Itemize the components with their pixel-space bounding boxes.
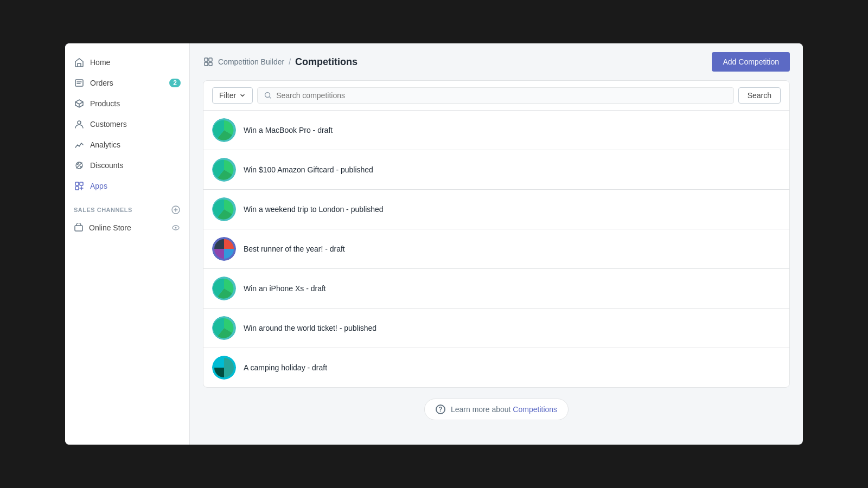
sidebar-item-products[interactable]: Products (65, 93, 189, 114)
competition-avatar (212, 316, 236, 340)
competitions-list: Win a MacBook Pro - draft Win $100 Amazo… (203, 111, 789, 387)
sales-channels-header: SALES CHANNELS (65, 196, 189, 218)
sidebar-customers-label: Customers (90, 120, 127, 129)
filter-label: Filter (219, 91, 236, 100)
sidebar: Home Orders 2 (65, 43, 190, 445)
main-content: Competition Builder / Competitions Add C… (190, 43, 803, 445)
competition-title: Win an iPhone Xs - draft (244, 284, 326, 293)
competition-builder-icon (203, 56, 214, 67)
sidebar-orders-label: Orders (90, 79, 113, 87)
footer-pill: ? Learn more about Competitions (424, 399, 569, 420)
svg-point-10 (175, 227, 177, 229)
apps-icon (74, 181, 85, 191)
competition-title: Best runner of the year! - draft (244, 245, 345, 253)
sidebar-item-customers[interactable]: Customers (65, 114, 189, 134)
breadcrumb-separator: / (289, 57, 291, 66)
footer-info: ? Learn more about Competitions (203, 388, 790, 431)
competition-item[interactable]: Win around the world ticket! - published (203, 309, 789, 348)
add-competition-button[interactable]: Add Competition (712, 52, 790, 72)
svg-rect-13 (205, 62, 208, 66)
online-store-label: Online Store (89, 223, 131, 232)
competition-item[interactable]: Win $100 Amazon Giftcard - published (203, 150, 789, 190)
competition-avatar (212, 118, 236, 142)
sales-channels-label: SALES CHANNELS (74, 207, 132, 213)
competition-avatar (212, 356, 236, 380)
content-area: Filter (190, 80, 803, 445)
competition-title: Win a MacBook Pro - draft (244, 126, 333, 134)
competition-item[interactable]: A camping holiday - draft (203, 348, 789, 387)
svg-rect-14 (209, 62, 212, 66)
sidebar-item-orders[interactable]: Orders 2 (65, 73, 189, 93)
competition-item[interactable]: Win an iPhone Xs - draft (203, 269, 789, 309)
svg-point-1 (78, 121, 81, 124)
sidebar-apps-label: Apps (90, 182, 107, 190)
competition-avatar (212, 197, 236, 221)
svg-rect-8 (75, 226, 82, 231)
orders-badge: 2 (169, 79, 181, 87)
svg-rect-6 (75, 187, 79, 190)
competition-title: Win around the world ticket! - published (244, 324, 376, 332)
top-bar: Competition Builder / Competitions Add C… (190, 43, 803, 80)
online-store-icon (74, 223, 84, 233)
page-title: Competitions (295, 56, 358, 68)
sidebar-analytics-label: Analytics (90, 140, 120, 149)
sidebar-item-apps[interactable]: Apps (65, 176, 189, 196)
competition-item[interactable]: Win a weekend trip to London - published (203, 190, 789, 229)
sidebar-discounts-label: Discounts (90, 161, 123, 170)
sidebar-item-discounts[interactable]: Discounts (65, 155, 189, 176)
footer-text: Learn more about Competitions (451, 405, 557, 414)
search-input[interactable] (276, 91, 727, 100)
filter-chevron-icon (239, 92, 246, 99)
sidebar-item-online-store[interactable]: Online Store (65, 218, 189, 237)
sidebar-products-label: Products (90, 99, 120, 108)
svg-rect-4 (75, 182, 79, 185)
svg-rect-5 (80, 182, 83, 185)
discounts-icon (74, 160, 85, 171)
analytics-icon (74, 139, 85, 150)
competition-title: Win $100 Amazon Giftcard - published (244, 165, 373, 174)
competition-item[interactable]: Best runner of the year! - draft (203, 229, 789, 269)
home-icon (74, 57, 85, 68)
competition-title: A camping holiday - draft (244, 363, 327, 372)
competition-avatar (212, 237, 236, 261)
competitions-card: Filter (203, 80, 790, 388)
customers-icon (74, 119, 85, 130)
help-icon: ? (436, 404, 445, 414)
sidebar-home-label: Home (90, 58, 110, 67)
svg-point-15 (265, 93, 270, 98)
breadcrumb: Competition Builder / Competitions (203, 56, 358, 68)
search-button[interactable]: Search (738, 87, 781, 104)
svg-rect-11 (205, 58, 208, 61)
orders-icon (74, 78, 85, 88)
competitions-link[interactable]: Competitions (513, 405, 557, 414)
competition-item[interactable]: Win a MacBook Pro - draft (203, 111, 789, 150)
add-sales-channel-icon[interactable] (171, 205, 181, 215)
search-bar: Filter (203, 81, 789, 111)
sidebar-item-analytics[interactable]: Analytics (65, 134, 189, 155)
competition-avatar (212, 158, 236, 182)
svg-rect-0 (75, 80, 83, 86)
filter-button[interactable]: Filter (212, 87, 253, 104)
search-input-wrapper (257, 87, 734, 104)
breadcrumb-root: Competition Builder (218, 57, 284, 66)
sidebar-item-home[interactable]: Home (65, 52, 189, 73)
search-icon (264, 92, 272, 99)
products-icon (74, 98, 85, 109)
svg-rect-12 (209, 58, 212, 61)
competition-title: Win a weekend trip to London - published (244, 205, 384, 214)
competition-avatar (212, 277, 236, 300)
eye-icon[interactable] (171, 223, 181, 233)
